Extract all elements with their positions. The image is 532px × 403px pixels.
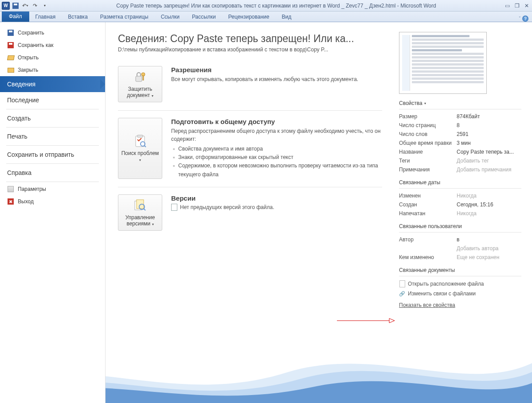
exit-icon: ✖ — [7, 198, 14, 205]
info-panel: Сведения: Copy Paste теперь запрещен! Ил… — [106, 22, 395, 403]
sidebar-item-help[interactable]: Справка — [0, 165, 105, 181]
sidebar-item-open[interactable]: Открыть — [0, 51, 105, 64]
prop-row-created: СозданСегодня, 15:16 — [399, 200, 521, 209]
prop-row-modified-by: Кем измененоЕще не сохранен — [399, 253, 521, 262]
document-thumbnail[interactable] — [399, 32, 487, 94]
sidebar-item-save-as[interactable]: Сохранить как — [0, 39, 105, 51]
svg-line-10 — [144, 209, 145, 210]
qat-customize[interactable]: ▾ — [41, 2, 49, 10]
save-qat-button[interactable] — [12, 2, 20, 10]
lock-key-icon — [133, 70, 147, 84]
related-dates-header: Связанные даты — [399, 179, 521, 186]
sidebar-item-save-send[interactable]: Сохранить и отправить — [0, 147, 105, 163]
section-text: Все могут открывать, копировать и изменя… — [171, 75, 382, 83]
title-bar: W ↶▾ ↷ ▾ Copy Paste теперь запрещен! Или… — [0, 0, 532, 12]
save-icon — [7, 29, 14, 36]
sidebar-item-close[interactable]: Закрыть — [0, 64, 105, 76]
prop-row-notes[interactable]: ПримечанияДобавить примечания — [399, 165, 521, 174]
manage-versions-button[interactable]: Управление версиями ▾ — [118, 194, 162, 231]
help-icon[interactable]: ? — [522, 16, 528, 22]
sidebar-item-label: Открыть — [18, 54, 39, 61]
sidebar-item-print[interactable]: Печать — [0, 128, 105, 144]
prop-row-edittime: Общее время правки3 мин — [399, 139, 521, 147]
sidebar-item-recent[interactable]: Последние — [0, 92, 105, 108]
sidebar-item-exit[interactable]: ✖ Выход — [0, 195, 105, 208]
show-all-properties-link[interactable]: Показать все свойства — [399, 302, 455, 308]
sidebar-item-label: Закрыть — [18, 67, 38, 73]
divider — [399, 188, 521, 189]
prop-row-modified: ИзмененНикогда — [399, 191, 521, 200]
ribbon-tab-home[interactable]: Главная — [29, 12, 62, 22]
close-window-button[interactable]: ✕ — [523, 3, 530, 9]
backstage-sidebar: Сохранить Сохранить как Открыть Закрыть … — [0, 22, 106, 403]
open-folder-icon — [7, 54, 14, 61]
sidebar-item-save[interactable]: Сохранить — [0, 27, 105, 39]
related-documents-header: Связанные документы — [399, 267, 521, 273]
ribbon-tab-references[interactable]: Ссылки — [155, 12, 186, 22]
word-app-icon[interactable]: W — [2, 2, 10, 10]
ribbon-tab-review[interactable]: Рецензирование — [222, 12, 276, 22]
ribbon-tab-layout[interactable]: Разметка страницы — [94, 12, 155, 22]
ribbon-tab-mailings[interactable]: Рассылки — [186, 12, 222, 22]
divider — [399, 109, 521, 109]
sidebar-item-label: Печать — [7, 133, 27, 140]
properties-dropdown[interactable]: Свойства ▾ — [399, 100, 521, 106]
section-prepare-share: Поиск проблем ▾ Подготовить к общему дос… — [118, 118, 382, 187]
undo-qat-button[interactable]: ↶▾ — [21, 2, 29, 10]
redo-qat-button[interactable]: ↷ — [31, 2, 39, 10]
chain-link-icon: 🔗 — [399, 291, 405, 297]
sidebar-item-new[interactable]: Создать — [0, 110, 105, 126]
open-file-location-link[interactable]: Открыть расположение файла — [399, 279, 521, 289]
svg-rect-2 — [143, 76, 144, 80]
sidebar-item-label: Выход — [18, 198, 34, 205]
sidebar-divider — [6, 163, 99, 164]
svg-rect-4 — [137, 135, 143, 137]
prop-row-tags[interactable]: ТегиДобавить тег — [399, 156, 521, 165]
sidebar-divider — [6, 127, 99, 128]
edit-links-link[interactable]: 🔗 Изменить связи с файлами — [399, 289, 521, 298]
restore-button[interactable]: ❐ — [513, 3, 520, 9]
info-path: D:\темы публикаций\копирование и вставка… — [118, 46, 382, 53]
related-users-header: Связанные пользователи — [399, 223, 521, 229]
ribbon-tabs: Файл Главная Вставка Разметка страницы С… — [0, 12, 532, 22]
check-issues-button[interactable]: Поиск проблем ▾ — [118, 118, 162, 179]
sidebar-item-info[interactable]: Сведения — [0, 76, 105, 92]
section-heading: Версии — [171, 194, 382, 202]
file-tab[interactable]: Файл — [2, 12, 29, 22]
sidebar-item-label: Создать — [7, 115, 31, 122]
document-icon — [171, 204, 177, 211]
ribbon-collapse-icon[interactable]: ˇ — [519, 16, 520, 21]
prop-row-name: НазваниеCopy Paste теперь за... — [399, 147, 521, 156]
ribbon-tab-view[interactable]: Вид — [275, 12, 297, 22]
save-as-icon — [7, 42, 14, 49]
chevron-down-icon: ▾ — [424, 101, 426, 105]
prop-row-add-author[interactable]: Добавить автора — [399, 244, 521, 253]
button-label: Поиск проблем — [121, 150, 159, 156]
divider — [399, 232, 521, 232]
sidebar-item-label: Сохранить — [18, 30, 44, 36]
window-controls: ▭ ❐ ✕ — [504, 3, 530, 9]
info-title: Сведения: Copy Paste теперь запрещен! Ил… — [118, 33, 382, 45]
checklist-icon — [133, 134, 147, 148]
backstage-content: Сохранить Сохранить как Открыть Закрыть … — [0, 22, 532, 403]
sidebar-item-label: Сохранить как — [18, 42, 53, 48]
sidebar-item-options[interactable]: Параметры — [0, 183, 105, 195]
chevron-down-icon: ▾ — [152, 222, 154, 226]
minimize-button[interactable]: ▭ — [504, 3, 511, 9]
sidebar-divider — [6, 182, 99, 182]
file-icon — [399, 281, 405, 287]
sidebar-divider — [6, 145, 99, 146]
ribbon-tab-insert[interactable]: Вставка — [62, 12, 94, 22]
sidebar-item-label: Параметры — [18, 186, 46, 192]
sidebar-item-label: Сохранить и отправить — [7, 151, 74, 158]
prop-row-words: Число слов2591 — [399, 130, 521, 139]
settings-icon — [7, 186, 14, 193]
close-folder-icon — [7, 66, 14, 74]
sidebar-item-label: Сведения — [7, 81, 35, 88]
svg-rect-0 — [136, 76, 142, 81]
protect-document-button[interactable]: Защитить документ ▾ — [118, 66, 162, 102]
section-text: Перед распространением общего доступа к … — [171, 127, 382, 143]
properties-panel: Свойства ▾ Размер874Кбайт Число страниц8… — [395, 22, 532, 403]
versions-icon — [133, 198, 147, 213]
prop-row-printed: НапечатанНикогда — [399, 209, 521, 218]
